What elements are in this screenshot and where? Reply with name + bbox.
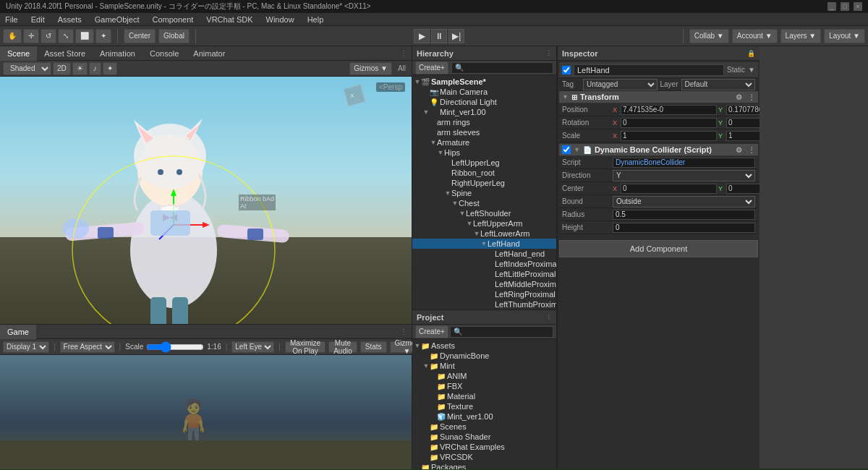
stats-btn[interactable]: Stats xyxy=(360,341,387,353)
audio-btn[interactable]: ♪ xyxy=(89,62,101,75)
shade-mode-select[interactable]: Shaded xyxy=(3,62,51,75)
pause-button[interactable]: ⏸ xyxy=(431,29,447,43)
transform-more[interactable]: ⋮ xyxy=(748,93,755,101)
list-item[interactable]: arm sleeves xyxy=(412,127,556,137)
tab-console[interactable]: Console xyxy=(142,46,186,61)
menu-vrchat-sdk[interactable]: VRChat SDK xyxy=(204,15,255,24)
list-item[interactable]: Ribbon_root xyxy=(412,168,556,178)
close-btn[interactable]: × xyxy=(854,2,862,11)
list-item[interactable]: ▼ LeftLowerArm xyxy=(412,228,556,239)
list-item[interactable]: ▼ Spine xyxy=(412,188,556,198)
list-item[interactable]: 📁 Packages xyxy=(412,462,556,469)
gizmos-btn[interactable]: Gizmos ▼ xyxy=(349,62,392,75)
scale-y-field[interactable] xyxy=(726,131,760,141)
hierarchy-search-input[interactable] xyxy=(451,62,553,74)
list-item[interactable]: 📁 DynamicBone xyxy=(412,351,556,361)
list-item[interactable]: 📁 Material xyxy=(412,391,556,401)
tab-animation[interactable]: Animation xyxy=(93,46,142,61)
list-item[interactable]: 📁 Texture xyxy=(412,401,556,411)
radius-field[interactable] xyxy=(613,210,755,220)
transform-settings[interactable]: ⚙ xyxy=(736,93,742,101)
project-create-btn[interactable]: Create+ xyxy=(415,325,448,338)
list-item[interactable]: ▼ Mint_ver1.00 xyxy=(412,107,556,117)
2d-btn[interactable]: 2D xyxy=(53,62,71,75)
list-item[interactable]: arm rings xyxy=(412,117,556,127)
add-component-button[interactable]: Add Component xyxy=(559,240,758,257)
display-select[interactable]: Display 1 xyxy=(3,341,49,353)
list-item[interactable]: ▼ LeftShoulder xyxy=(412,208,556,218)
tab-game[interactable]: Game xyxy=(0,325,36,339)
list-item[interactable]: 📁 Sunao Shader xyxy=(412,432,556,442)
menu-assets[interactable]: Assets xyxy=(56,15,84,24)
list-item[interactable]: LeftIndexProximal xyxy=(412,259,556,269)
height-field[interactable] xyxy=(613,223,755,233)
list-item[interactable]: 📁 VRChat Examples xyxy=(412,442,556,452)
scene-more-btn[interactable]: ⋮ xyxy=(396,49,412,57)
lighting-btn[interactable]: ☀ xyxy=(72,62,88,75)
game-viewport[interactable]: 🧍 xyxy=(0,355,412,469)
list-item[interactable]: 💡 Directional Light xyxy=(412,97,556,107)
aspect-select[interactable]: Free Aspect xyxy=(60,341,115,353)
list-item[interactable]: LeftMiddleProximal xyxy=(412,279,556,289)
navigation-cube[interactable]: X xyxy=(340,81,369,110)
rotate-tool[interactable]: ↺ xyxy=(41,29,56,43)
scale-x-field[interactable] xyxy=(621,131,717,141)
list-item[interactable]: ▼ Chest xyxy=(412,198,556,208)
position-x-field[interactable] xyxy=(621,105,717,115)
window-controls[interactable]: _ □ × xyxy=(827,2,862,11)
static-arrow[interactable]: ▼ xyxy=(748,66,755,74)
transform-tool[interactable]: ✦ xyxy=(95,29,111,43)
list-item[interactable]: LeftUpperLeg xyxy=(412,158,556,168)
maximize-btn[interactable]: □ xyxy=(841,2,849,11)
tag-select[interactable]: Untagged xyxy=(583,79,658,90)
list-item[interactable]: 📁 ANIM xyxy=(412,371,556,381)
list-item[interactable]: LeftRingProximal xyxy=(412,289,556,299)
component-active-checkbox[interactable] xyxy=(562,145,571,154)
maximize-play-btn[interactable]: Maximize On Play xyxy=(285,341,326,353)
collab-button[interactable]: Collab ▼ xyxy=(689,29,729,43)
dbc-more[interactable]: ⋮ xyxy=(748,146,755,154)
move-tool[interactable]: ✛ xyxy=(23,29,39,43)
center-x-field[interactable] xyxy=(621,184,717,194)
position-y-field[interactable] xyxy=(726,105,760,115)
mute-audio-btn[interactable]: Mute Audio xyxy=(328,341,357,353)
object-name-field[interactable] xyxy=(574,64,724,76)
list-item[interactable]: ▼ Armature xyxy=(412,137,556,148)
menu-help[interactable]: Help xyxy=(305,15,326,24)
list-item[interactable]: ▼ LeftUpperArm xyxy=(412,218,556,228)
dynamic-bone-collider-header[interactable]: ▼ 📄 Dynamic Bone Collider (Script) ⚙ ⋮ xyxy=(559,144,758,156)
direction-select[interactable]: Y xyxy=(613,170,755,181)
hierarchy-resize[interactable]: ⋮ xyxy=(545,50,552,57)
layer-select[interactable]: Default xyxy=(681,79,756,90)
list-item[interactable]: LeftHand_end xyxy=(412,249,556,259)
layers-button[interactable]: Layers ▼ xyxy=(780,29,822,43)
list-item[interactable]: 📁 VRCSDK xyxy=(412,452,556,462)
list-item[interactable]: 🧊 Mint_ver1.00 xyxy=(412,411,556,422)
list-item[interactable]: RightUpperLeg xyxy=(412,178,556,188)
layout-button[interactable]: Layout ▼ xyxy=(824,29,865,43)
pivot-button[interactable]: Center xyxy=(124,29,156,43)
rect-tool[interactable]: ⬜ xyxy=(75,29,94,43)
tab-asset-store[interactable]: Asset Store xyxy=(37,46,93,61)
list-item[interactable]: ▼ 📁 Assets xyxy=(412,341,556,351)
list-item[interactable]: ▼ 📁 Mint xyxy=(412,361,556,371)
fx-btn[interactable]: ✦ xyxy=(103,62,117,75)
play-button[interactable]: ▶ xyxy=(414,29,430,43)
list-item[interactable]: 📷 Main Camera xyxy=(412,87,556,97)
menu-file[interactable]: File xyxy=(3,15,20,24)
tab-scene[interactable]: Scene xyxy=(0,46,37,61)
space-button[interactable]: Global xyxy=(158,29,190,43)
account-button[interactable]: Account ▼ xyxy=(732,29,778,43)
game-more-btn[interactable]: ⋮ xyxy=(396,328,412,336)
transform-header[interactable]: ▼ ⊞ Transform ⚙ ⋮ xyxy=(559,91,758,103)
object-active-checkbox[interactable] xyxy=(562,66,571,74)
menu-window[interactable]: Window xyxy=(264,15,297,24)
rotation-y-field[interactable] xyxy=(726,118,760,128)
inspector-lock[interactable]: 🔒 xyxy=(747,50,755,57)
hierarchy-scene-root[interactable]: ▼ 🎬 SampleScene* xyxy=(412,77,556,87)
menu-edit[interactable]: Edit xyxy=(29,15,47,24)
center-y-field[interactable] xyxy=(726,184,760,194)
bound-select[interactable]: Outside xyxy=(613,196,755,208)
step-button[interactable]: ▶| xyxy=(448,29,464,43)
scale-slider[interactable] xyxy=(146,343,204,351)
